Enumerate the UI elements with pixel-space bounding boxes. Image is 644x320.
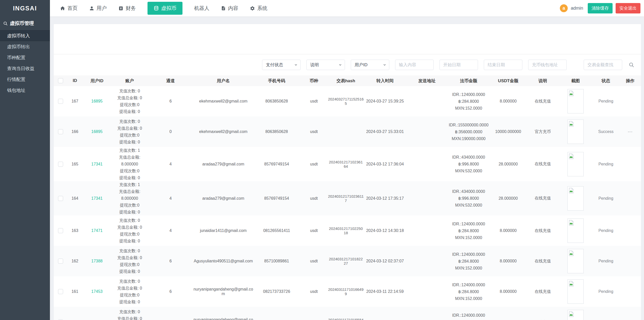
cell-remark: 在线充值 (527, 181, 559, 215)
cell-time: 2024-03-27 15:33:01 (364, 116, 406, 147)
remark-select[interactable]: 说明 (306, 60, 345, 70)
column-header: 法币金额 (448, 75, 490, 86)
sidebar-item-wallet-address[interactable]: 钱包地址 (0, 85, 50, 96)
select-value: 支付状态 (266, 62, 283, 68)
select-all-checkbox[interactable] (58, 78, 63, 83)
table-row: 16217388充值次数: 0充值总金额: 0提现次数:0提现金额: 06Agu… (54, 246, 641, 276)
table-row: 16616895充值次数: 0充值总金额: 0提现次数:0提现金额: 00eke… (54, 116, 641, 147)
cell-hash (328, 116, 364, 147)
cell-action: --- (619, 116, 641, 147)
user-id-link[interactable]: 17453 (91, 289, 103, 294)
column-header: 截图 (559, 75, 592, 86)
header-select-all (54, 75, 67, 86)
nav-item-crypto[interactable]: 虚拟币 (148, 2, 182, 15)
cell-coin: usdt (300, 276, 328, 307)
nav-item-label: 内容 (228, 5, 238, 12)
amount-search-input[interactable] (584, 60, 622, 70)
cell-account: 充值次数: 0充值总金额: 0提现次数:0提现金额: 0 (111, 86, 148, 116)
sidebar-section-label: 虚拟币管理 (10, 20, 34, 27)
cell-id: 164 (67, 181, 83, 215)
account-line: 充值总金额: 8.000000 (111, 188, 148, 202)
sidebar-section-header: 虚拟币管理 (0, 16, 50, 30)
row-checkbox[interactable] (58, 129, 63, 134)
sidebar-item-today-profit[interactable]: 查询当日收益 (0, 63, 50, 74)
user-id-select[interactable]: 用户ID (351, 60, 389, 70)
row-checkbox[interactable] (58, 259, 63, 264)
cell-remark: 在线充值 (527, 215, 559, 246)
user-id-link[interactable]: 17471 (91, 228, 103, 233)
account-line: 提现次数:0 (111, 101, 148, 108)
user-id-link[interactable]: 17388 (91, 259, 103, 263)
cell-account: 充值次数: 1充值总金额: 8.000000提现次数:0提现金额: 0 (111, 181, 148, 215)
account-line: 充值总金额: 0 (111, 224, 148, 231)
row-checkbox[interactable] (58, 196, 63, 201)
sidebar-item-coin-config[interactable]: 币种配置 (0, 52, 50, 63)
cell-send-address (406, 276, 448, 307)
logout-button[interactable]: 安全退出 (616, 3, 640, 13)
account-line: 充值次数: 0 (111, 278, 148, 285)
screenshot-thumbnail[interactable] (567, 218, 584, 243)
nav-item-system[interactable]: 系统 (250, 5, 267, 12)
screenshot-thumbnail[interactable] (567, 186, 584, 211)
search-icon (3, 21, 8, 26)
avatar: a (560, 4, 568, 12)
start-date-input[interactable] (439, 60, 478, 70)
row-checkbox[interactable] (58, 289, 63, 294)
screenshot-thumbnail[interactable] (567, 249, 584, 273)
fiat-line: ฿:996.8000 (448, 195, 490, 202)
sidebar-item-market-config[interactable]: 行情配置 (0, 74, 50, 85)
row-action-menu[interactable]: --- (628, 129, 633, 134)
cell-id: 167 (67, 86, 83, 116)
search-filter-button[interactable] (629, 62, 634, 68)
user-id-link[interactable]: 17341 (91, 196, 103, 200)
nav-item-content[interactable]: 内容 (221, 5, 238, 12)
username: admin (571, 6, 583, 11)
end-date-input[interactable] (484, 60, 522, 70)
cell-account: 充值次数: 0充值总金额: 0提现次数:0提现金额: 0 (111, 116, 148, 147)
screenshot-thumbnail[interactable] (567, 310, 584, 320)
user-id-link[interactable]: 16895 (91, 129, 103, 134)
wallet-address-input[interactable] (528, 60, 567, 70)
cell-send-address (406, 116, 448, 147)
cell-checkbox (54, 147, 67, 181)
fiat-line: MXN:152.0000 (448, 295, 490, 302)
cell-checkbox (54, 307, 67, 320)
cell-status: Pending (592, 215, 619, 246)
nav-item-finance[interactable]: 财务 (118, 5, 136, 12)
sidebar-item-label: 行情配置 (7, 76, 25, 82)
account-line: 充值次数: 0 (111, 118, 148, 125)
user-id-link[interactable]: 17341 (91, 162, 103, 166)
screenshot-thumbnail[interactable] (567, 279, 584, 304)
fiat-line: MXN:190000.0000 (448, 135, 490, 142)
cell-screenshot (559, 86, 592, 116)
table-row: 16117453充值次数: 0充值总金额: 0提现次数:0提现金额: 06nur… (54, 276, 641, 307)
nav-item-robot[interactable]: 机器人 (194, 5, 209, 12)
row-checkbox[interactable] (58, 99, 63, 104)
cell-id: 163 (67, 215, 83, 246)
table-row: 16716895充值次数: 0充值总金额: 0提现次数:0提现金额: 06eke… (54, 86, 641, 116)
row-checkbox[interactable] (58, 228, 63, 233)
top-header: 首页用户财务虚拟币机器人内容系统 a admin 清除缓存 安全退出 (50, 0, 644, 16)
nav-item-users[interactable]: 用户 (89, 5, 107, 12)
cell-usdt-amount: 8.000000 (490, 215, 527, 246)
user-id-link[interactable]: 16895 (91, 99, 103, 103)
cell-username: ekehmaxwell2@gmail.com (193, 116, 253, 147)
cell-remark: 在线充值 (527, 147, 559, 181)
cell-usdt-amount: 28.000000 (490, 181, 527, 215)
account-line: 提现次数:0 (111, 202, 148, 209)
cell-user-id: 16895 (83, 86, 111, 116)
fiat-line: ฿:996.8000 (448, 161, 490, 167)
account-line: 提现金额: 0 (111, 298, 148, 305)
sidebar-item-crypto-in[interactable]: 虚拟币转入 (0, 30, 50, 41)
screenshot-thumbnail[interactable] (567, 152, 584, 176)
screenshot-thumbnail[interactable] (567, 89, 584, 113)
row-checkbox[interactable] (58, 162, 63, 167)
keyword-input[interactable] (395, 60, 434, 70)
nav-item-home[interactable]: 首页 (60, 5, 78, 12)
screenshot-thumbnail[interactable] (567, 120, 584, 144)
cell-status: Pending (592, 246, 619, 276)
payment-status-select[interactable]: 支付状态 (262, 60, 301, 70)
sidebar-item-crypto-out[interactable]: 虚拟币转出 (0, 41, 50, 52)
clear-cache-button[interactable]: 清除缓存 (588, 3, 613, 13)
status-badge: Pending (598, 162, 613, 166)
